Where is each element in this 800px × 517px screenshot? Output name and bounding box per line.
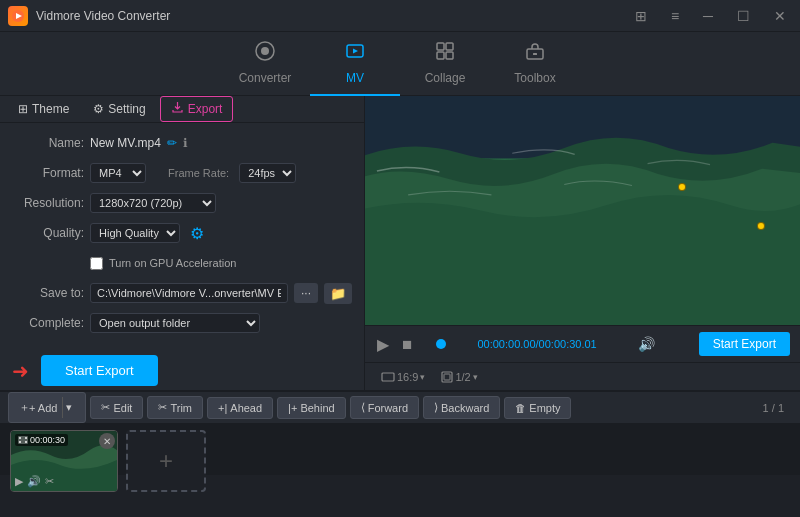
forward-button[interactable]: ⟨ Forward [350,396,419,419]
resolution-select[interactable]: 1280x720 (720p) 1920x1080 (1080p) 854x48… [90,193,216,213]
name-row: Name: New MV.mp4 ✏ ℹ [12,131,352,155]
start-export-button[interactable]: Start Export [41,355,158,386]
app-icon [8,6,28,26]
export-button[interactable]: Export [160,96,234,122]
collage-icon [434,40,456,67]
edit-icon: ✂ [101,401,110,414]
video-ocean-background [365,96,800,325]
close-button[interactable]: ✕ [768,6,792,26]
add-dropdown-icon[interactable]: ▾ [62,397,75,418]
quality-select[interactable]: High Quality Standard Low [90,223,180,243]
time-display: 00:00:00.00/00:00:30.01 [477,338,596,350]
start-export-right-button[interactable]: Start Export [699,332,790,356]
backward-label: Backward [441,402,489,414]
behind-icon: |+ [288,402,297,414]
saveto-input[interactable] [90,283,288,303]
sub-nav: ⊞ Theme ⚙ Setting Export [0,96,364,123]
aspect-ratio-value: 16:9 [397,371,418,383]
info-icon[interactable]: ℹ [183,136,188,150]
aspect-chevron: ▾ [420,372,425,382]
add-label: + Add [29,402,57,414]
setting-gear-icon: ⚙ [93,102,104,116]
svg-rect-18 [25,437,27,439]
trim-label: Trim [170,402,192,414]
backward-button[interactable]: ⟩ Backward [423,396,500,419]
clip-play-icon[interactable]: ▶ [15,475,23,488]
right-panel: ▶ ⏹ 00:00:00.00/00:00:30.01 🔊 Start Expo… [365,96,800,390]
mv-icon [344,40,366,67]
quality-label: Quality: [12,226,84,240]
add-button[interactable]: ＋ + Add ▾ [8,392,86,423]
converter-icon [254,40,276,67]
titlebar: Vidmore Video Converter ⊞ ≡ ─ ☐ ✕ [0,0,800,32]
folder-button[interactable]: 📁 [324,283,352,304]
tab-toolbox[interactable]: Toolbox [490,32,580,96]
tab-collage[interactable]: Collage [400,32,490,96]
maximize-button[interactable]: ☐ [731,6,756,26]
page-info: 1 / 1 [763,402,792,414]
svg-point-3 [261,47,269,55]
tab-mv[interactable]: MV [310,32,400,96]
svg-rect-5 [437,43,444,50]
clip-item[interactable]: 00:00:30 ✕ ▶ 🔊 ✂ [10,430,118,492]
timeline-toolbar: ＋ + Add ▾ ✂ Edit ✂ Trim +| Ahead |+ Behi… [0,392,800,424]
tab-mv-label: MV [346,71,364,85]
row2-left: 16:9 ▾ 1/2 ▾ [375,369,484,385]
format-select[interactable]: MP4 MOV AVI MKV [90,163,146,183]
add-clip-plus-icon: + [159,447,173,475]
gpu-row: Turn on GPU Acceleration [12,251,352,275]
format-row: Format: MP4 MOV AVI MKV Frame Rate: 24fp… [12,161,352,185]
edit-icon[interactable]: ✏ [167,136,177,150]
start-export-area: ➜ Start Export [0,343,364,398]
clip-scissor-icon[interactable]: ✂ [45,475,54,488]
quality-row: Quality: High Quality Standard Low ⚙ [12,221,352,245]
play-button[interactable]: ▶ [375,333,391,356]
setting-button[interactable]: ⚙ Setting [83,98,155,120]
empty-button[interactable]: 🗑 Empty [504,397,571,419]
tab-converter[interactable]: Converter [220,32,310,96]
clip-duration-text: 00:00:30 [30,435,65,445]
scale-button[interactable]: 1/2 ▾ [435,369,483,385]
grid-button[interactable]: ⊞ [629,6,653,26]
stop-button[interactable]: ⏹ [399,335,416,354]
framerate-select[interactable]: 24fps 30fps 60fps [239,163,296,183]
gpu-checkbox[interactable] [90,257,103,270]
aspect-ratio-button[interactable]: 16:9 ▾ [375,369,431,385]
edit-button[interactable]: ✂ Edit [90,396,143,419]
scale-icon [441,371,453,383]
clip-film-icon [18,436,28,444]
trim-button[interactable]: ✂ Trim [147,396,203,419]
minimize-button[interactable]: ─ [697,6,719,26]
browse-dots-button[interactable]: ··· [294,283,318,303]
volume-button[interactable]: 🔊 [638,336,655,352]
svg-rect-14 [444,374,450,380]
clip-close-button[interactable]: ✕ [99,433,115,449]
setting-label: Setting [108,102,145,116]
scale-chevron: ▾ [473,372,478,382]
clip-volume-icon[interactable]: 🔊 [27,475,41,488]
titlebar-left: Vidmore Video Converter [8,6,170,26]
saveto-row: Save to: ··· 📁 [12,281,352,305]
main-content: ⊞ Theme ⚙ Setting Export Nam [0,96,800,390]
marker-2 [757,222,765,230]
theme-label: Theme [32,102,69,116]
add-clip-button[interactable]: + [126,430,206,492]
trash-icon: 🗑 [515,402,526,414]
playback-controls: ▶ ⏹ [375,333,444,356]
menu-button[interactable]: ≡ [665,6,685,26]
behind-label: Behind [300,402,334,414]
app-title: Vidmore Video Converter [36,9,170,23]
video-controls-row1: ▶ ⏹ 00:00:00.00/00:00:30.01 🔊 Start Expo… [365,325,800,362]
forward-label: Forward [368,402,408,414]
complete-label: Complete: [12,316,84,330]
ahead-label: Ahead [230,402,262,414]
svg-rect-10 [533,53,537,55]
ahead-button[interactable]: +| Ahead [207,397,273,419]
svg-rect-6 [446,43,453,50]
gpu-label: Turn on GPU Acceleration [109,257,236,269]
quality-gear-button[interactable]: ⚙ [186,224,208,243]
theme-button[interactable]: ⊞ Theme [8,98,79,120]
tab-toolbox-label: Toolbox [514,71,555,85]
complete-select[interactable]: Open output folder Do nothing [90,313,260,333]
behind-button[interactable]: |+ Behind [277,397,346,419]
